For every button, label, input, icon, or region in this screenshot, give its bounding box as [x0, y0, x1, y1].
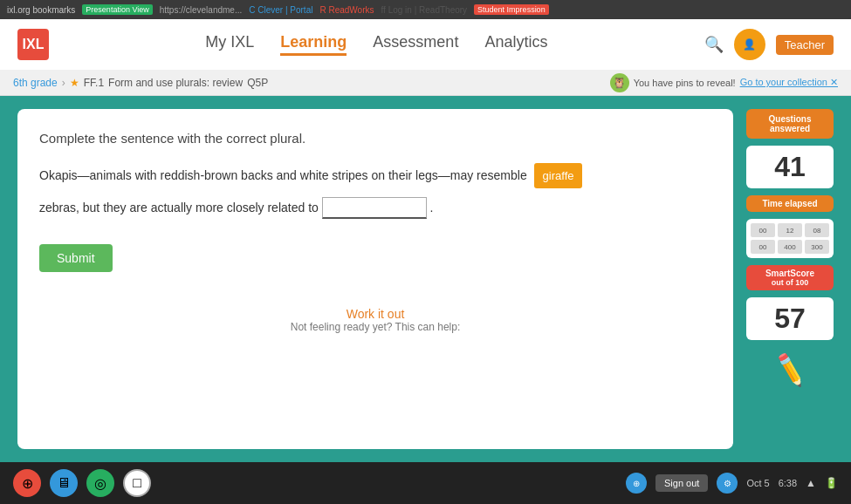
taskbar-right: ⊕ Sign out ⚙ Oct 5 6:38 ▲ 🔋 [626, 473, 838, 494]
nav-learning[interactable]: Learning [280, 33, 347, 56]
question-panel: Complete the sentence with the correct p… [17, 109, 733, 449]
avatar[interactable]: 👤 [734, 29, 765, 60]
work-it-out-link[interactable]: Work it out [347, 307, 405, 321]
pencil-icon: ✏️ [774, 354, 806, 385]
word-highlight: giraffe [534, 163, 583, 188]
nav-assessment[interactable]: Assessment [373, 33, 458, 56]
taskbar-date: Oct 5 [746, 478, 769, 488]
timer-cell-2: 12 [778, 223, 802, 237]
main-content: Complete the sentence with the correct p… [0, 96, 851, 462]
nav-links: My IXL Learning Assessment Analytics [75, 33, 678, 56]
questions-answered-label: Questions answered [757, 114, 823, 133]
breadcrumb-skill-code: FF.1 [84, 77, 104, 89]
sign-out-button[interactable]: Sign out [655, 474, 708, 492]
time-elapsed-label: Time elapsed [746, 195, 834, 212]
answer-input[interactable] [322, 197, 427, 219]
timer-cell-6: 300 [805, 240, 829, 254]
submit-button[interactable]: Submit [39, 244, 113, 272]
side-panel: Questions answered 41 Time elapsed 00 12… [746, 109, 834, 449]
taskbar: ⊕ 🖥 ◎ □ ⊕ Sign out ⚙ Oct 5 6:38 ▲ 🔋 [0, 462, 851, 504]
nav-my-ixl[interactable]: My IXL [205, 33, 254, 56]
timer-cell-3: 08 [805, 223, 829, 237]
timer-cell-5: 400 [778, 240, 802, 254]
nav-analytics[interactable]: Analytics [484, 33, 547, 56]
breadcrumb-star: ★ [70, 77, 79, 89]
search-icon[interactable]: 🔍 [704, 35, 724, 54]
bookmark-ixl[interactable]: ixl.org bookmarks [7, 5, 75, 15]
bookmark-readworks[interactable]: R ReadWorks [319, 5, 374, 15]
browser-toolbar: ixl.org bookmarks Presentation View http… [0, 0, 851, 19]
breadcrumb-bar: 6th grade › ★ FF.1 Form and use plurals:… [0, 70, 851, 96]
timer-grid: 00 12 08 00 400 300 [746, 219, 834, 258]
breadcrumb-sep1: › [62, 77, 65, 89]
hint-icon: 🦉 [610, 73, 629, 92]
timer-cell-1: 00 [751, 223, 775, 237]
hint-text: You have pins to reveal! [634, 78, 736, 88]
questions-answered-count: 41 [746, 146, 834, 188]
taskbar-network-icon: ⊕ [626, 473, 647, 494]
breadcrumb-grade[interactable]: 6th grade [13, 77, 58, 89]
hint-link[interactable]: Go to your collection ✕ [740, 77, 838, 88]
taskbar-icon-chrome[interactable]: ◎ [86, 469, 114, 497]
hint-bar: 🦉 You have pins to reveal! Go to your co… [610, 73, 838, 92]
bookmark-presentation[interactable]: Presentation View [82, 4, 152, 15]
smart-score-label: SmartScore out of 100 [746, 265, 834, 290]
sentence-part2: zebras, but they are actually more close… [39, 197, 711, 219]
work-it-out-subtitle: Not feeling ready yet? This can help: [39, 321, 711, 333]
smart-score-value: 57 [746, 297, 834, 340]
smart-score-sub: out of 100 [753, 278, 827, 287]
taskbar-icon-browser[interactable]: 🖥 [50, 469, 78, 497]
bookmark-student[interactable]: Student Impression [474, 4, 549, 15]
question-title: Complete the sentence with the correct p… [39, 131, 711, 146]
taskbar-icon-home[interactable]: ⊕ [13, 469, 41, 497]
bookmark-readtheory[interactable]: ff Log in | ReadTheory [381, 5, 468, 15]
taskbar-time: 6:38 [779, 478, 797, 488]
address-bar[interactable]: https://clevelandme... [160, 5, 243, 15]
top-nav: IXL My IXL Learning Assessment Analytics… [0, 19, 851, 70]
ixl-logo[interactable]: IXL [17, 29, 49, 60]
taskbar-settings-icon[interactable]: ⚙ [717, 473, 738, 494]
teacher-label[interactable]: Teacher [776, 35, 834, 55]
wifi-icon: ▲ [806, 477, 816, 489]
taskbar-icon-files[interactable]: □ [123, 469, 151, 497]
breadcrumb-level: Q5P [247, 77, 268, 89]
breadcrumb-skill-name: Form and use plurals: review [108, 77, 243, 89]
battery-icon: 🔋 [825, 477, 838, 489]
questions-answered-box: Questions answered [746, 109, 834, 139]
work-it-out: Work it out Not feeling ready yet? This … [39, 307, 711, 333]
timer-cell-4: 00 [751, 240, 775, 254]
bookmark-clever[interactable]: C Clever | Portal [249, 5, 312, 15]
sentence-part1: Okapis—animals with reddish-brown backs … [39, 161, 711, 190]
nav-right: 🔍 👤 Teacher [704, 29, 834, 60]
